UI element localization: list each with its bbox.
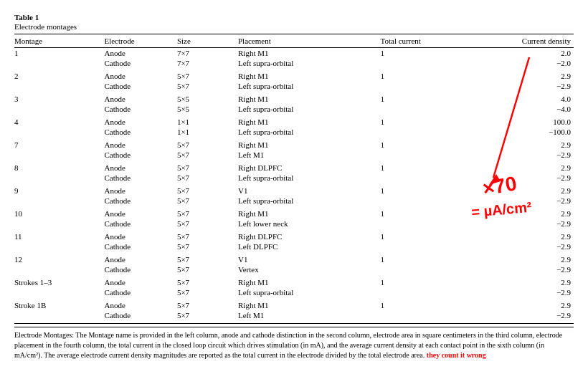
cell-electrode: Cathode <box>95 287 176 300</box>
cell-montage: 3 <box>14 94 95 104</box>
cell-size: 5×7 <box>177 254 238 264</box>
cell-current-density: 2.9 <box>482 300 574 310</box>
cell-size: 5×7 <box>177 173 238 186</box>
table-row: Strokes 1–3Anode5×7Right M112.9 <box>14 277 574 287</box>
cell-electrode: Anode <box>95 254 176 264</box>
cell-electrode: Anode <box>95 140 176 150</box>
cell-size: 5×7 <box>177 310 238 324</box>
table-row: Cathode5×7Vertex−2.9 <box>14 264 574 277</box>
cell-total-current: 1 <box>381 277 483 287</box>
cell-montage: 2 <box>14 71 95 81</box>
cell-placement: Left lower neck <box>238 219 381 231</box>
cell-montage <box>14 196 95 208</box>
cell-current-density: −2.9 <box>482 173 574 186</box>
cell-placement: Left supra-orbital <box>238 173 381 186</box>
cell-montage <box>14 58 95 71</box>
cell-current-density: −2.9 <box>482 264 574 277</box>
cell-size: 5×7 <box>177 71 238 81</box>
cell-montage: Strokes 1–3 <box>14 277 95 287</box>
cell-placement: Left supra-orbital <box>238 127 381 140</box>
table-subtitle: Electrode montages <box>14 22 574 31</box>
cell-current-density: 2.9 <box>482 71 574 81</box>
cell-placement: Right M1 <box>238 71 381 81</box>
col-header-electrode: Electrode <box>95 34 176 48</box>
cell-current-density: −2.9 <box>482 310 574 324</box>
cell-total-current <box>381 127 483 140</box>
cell-total-current <box>381 287 483 300</box>
table-row: Cathode5×7Left M1−2.9 <box>14 150 574 163</box>
footer-annotation: they count it wrong <box>427 351 486 359</box>
cell-total-current: 1 <box>381 186 483 196</box>
cell-placement: Right M1 <box>238 48 381 59</box>
cell-electrode: Anode <box>95 163 176 173</box>
col-header-placement: Placement <box>238 34 381 48</box>
table-row: 10Anode5×7Right M112.9 <box>14 208 574 219</box>
cell-current-density: 2.9 <box>482 186 574 196</box>
cell-montage <box>14 150 95 163</box>
cell-total-current: 1 <box>381 208 483 219</box>
table-row: Cathode5×7Left supra-orbital−2.9 <box>14 287 574 300</box>
cell-size: 5×7 <box>177 231 238 241</box>
cell-placement: Left M1 <box>238 310 381 324</box>
cell-montage <box>14 104 95 117</box>
cell-placement: Right DLPFC <box>238 163 381 173</box>
cell-montage <box>14 310 95 324</box>
cell-placement: Left DLPFC <box>238 241 381 254</box>
cell-placement: Right M1 <box>238 117 381 127</box>
cell-current-density: 2.9 <box>482 208 574 219</box>
cell-size: 5×7 <box>177 264 238 277</box>
cell-current-density: 2.9 <box>482 254 574 264</box>
table-row: Cathode5×7Left lower neck−2.9 <box>14 219 574 231</box>
cell-total-current: 1 <box>381 94 483 104</box>
cell-electrode: Anode <box>95 277 176 287</box>
cell-size: 5×7 <box>177 277 238 287</box>
cell-montage: 7 <box>14 140 95 150</box>
cell-electrode: Anode <box>95 48 176 59</box>
cell-current-density: −2.9 <box>482 150 574 163</box>
table-row: Cathode5×7Left M1−2.9 <box>14 310 574 324</box>
cell-montage <box>14 127 95 140</box>
cell-current-density: 2.9 <box>482 163 574 173</box>
cell-placement: Right M1 <box>238 277 381 287</box>
cell-current-density: −4.0 <box>482 104 574 117</box>
cell-montage <box>14 264 95 277</box>
cell-size: 5×7 <box>177 219 238 231</box>
col-header-density: Current density <box>482 34 574 48</box>
table-row: 11Anode5×7Right DLPFC12.9 <box>14 231 574 241</box>
cell-total-current <box>381 58 483 71</box>
cell-size: 5×7 <box>177 81 238 94</box>
cell-total-current: 1 <box>381 48 483 59</box>
table-title: Table 1 <box>14 13 574 21</box>
cell-size: 5×7 <box>177 186 238 196</box>
cell-size: 1×1 <box>177 117 238 127</box>
cell-size: 5×7 <box>177 208 238 219</box>
cell-montage: 9 <box>14 186 95 196</box>
cell-total-current: 1 <box>381 140 483 150</box>
cell-total-current <box>381 196 483 208</box>
table-footer: Electrode Montages: The Montage name is … <box>14 327 574 360</box>
cell-current-density: −2.9 <box>482 81 574 94</box>
cell-size: 1×1 <box>177 127 238 140</box>
cell-electrode: Cathode <box>95 58 176 71</box>
cell-current-density: 4.0 <box>482 94 574 104</box>
cell-current-density: 2.9 <box>482 277 574 287</box>
cell-montage: 10 <box>14 208 95 219</box>
cell-montage: 4 <box>14 117 95 127</box>
cell-size: 7×7 <box>177 58 238 71</box>
cell-electrode: Cathode <box>95 150 176 163</box>
cell-placement: Left supra-orbital <box>238 104 381 117</box>
cell-electrode: Cathode <box>95 219 176 231</box>
cell-current-density: 2.9 <box>482 231 574 241</box>
cell-total-current <box>381 104 483 117</box>
cell-size: 5×5 <box>177 104 238 117</box>
cell-placement: Right M1 <box>238 94 381 104</box>
cell-electrode: Cathode <box>95 196 176 208</box>
cell-placement: Left supra-orbital <box>238 81 381 94</box>
cell-montage <box>14 241 95 254</box>
cell-total-current <box>381 219 483 231</box>
cell-size: 7×7 <box>177 48 238 59</box>
cell-electrode: Cathode <box>95 104 176 117</box>
cell-current-density: −2.9 <box>482 219 574 231</box>
cell-total-current: 1 <box>381 71 483 81</box>
cell-montage <box>14 219 95 231</box>
